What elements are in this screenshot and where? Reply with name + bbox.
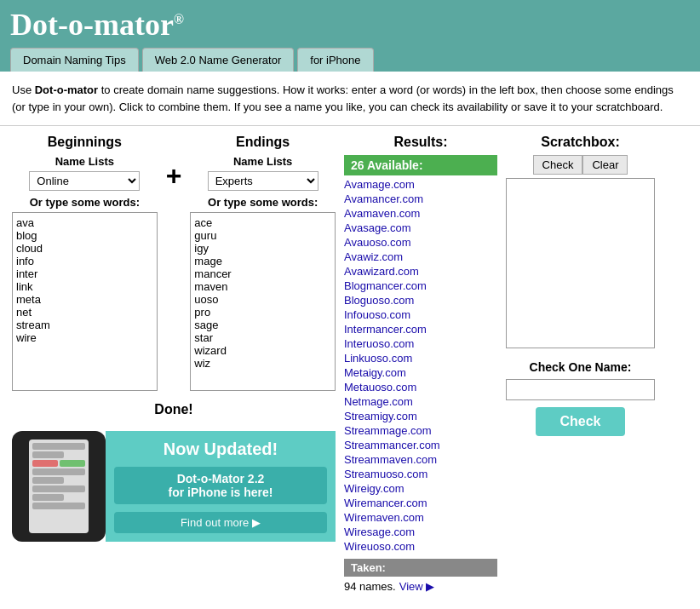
iphone-line: [32, 451, 64, 458]
app-title: Dot-o-mator®: [10, 7, 690, 48]
check-one-input[interactable]: [506, 379, 655, 400]
list-item: Metaigy.com: [344, 365, 497, 380]
iphone-buttons: [32, 460, 85, 467]
list-item: Metauoso.com: [344, 380, 497, 394]
iphone-line: [32, 503, 85, 509]
check-one-label: Check One Name:: [506, 360, 655, 374]
result-link[interactable]: Avamaven.com: [344, 207, 420, 220]
iphone-line: [32, 443, 85, 450]
result-link[interactable]: Interuoso.com: [344, 337, 414, 350]
result-link[interactable]: Streamigy.com: [344, 410, 417, 422]
description: Use Dot-o-mator to create domain name su…: [0, 72, 700, 126]
tab-generator[interactable]: Web 2.0 Name Generator: [142, 48, 295, 72]
endings-title: Endings: [190, 135, 336, 150]
iphone-mini-btn-green: [60, 460, 85, 467]
result-link[interactable]: Netmage.com: [344, 395, 413, 408]
iphone-promo: Now Updated! Dot-o-Mator 2.2 for iPhone …: [12, 431, 336, 542]
result-link[interactable]: Wiremaven.com: [344, 511, 424, 524]
result-link[interactable]: Wiremancer.com: [344, 497, 427, 509]
check-one-button[interactable]: Check: [536, 407, 624, 436]
list-item: Interuoso.com: [344, 336, 497, 351]
endings-lists-label: Name Lists: [190, 155, 336, 168]
result-link[interactable]: Wiresage.com: [344, 526, 415, 538]
result-link[interactable]: Avauoso.com: [344, 236, 411, 249]
tab-iphone[interactable]: for iPhone: [297, 48, 373, 72]
iphone-screen: [29, 440, 89, 533]
result-link[interactable]: Avamancer.com: [344, 192, 423, 205]
list-item: Avawiz.com: [344, 250, 497, 264]
endings-or-type-label: Or type some words:: [190, 196, 336, 209]
result-link[interactable]: Bloguoso.com: [344, 294, 414, 307]
result-link[interactable]: Streammage.com: [344, 424, 432, 437]
list-item: Streamigy.com: [344, 409, 497, 423]
list-item: Intermancer.com: [344, 322, 497, 336]
beginnings-or-type-label: Or type some words:: [12, 196, 158, 209]
result-link[interactable]: Avamage.com: [344, 178, 415, 191]
dot22-label: Dot-o-Mator 2.2 for iPhone is here!: [114, 467, 327, 504]
iphone-line: [32, 485, 85, 492]
beginnings-textarea[interactable]: ava blog cloud info inter link meta net …: [12, 212, 158, 391]
list-item: Blogmancer.com: [344, 279, 497, 293]
result-link[interactable]: Wireuoso.com: [344, 540, 415, 553]
taken-view-link[interactable]: View ▶: [399, 580, 435, 593]
result-link[interactable]: Avawiz.com: [344, 250, 403, 263]
result-link[interactable]: Avasage.com: [344, 221, 411, 234]
beginnings-lists-label: Name Lists: [12, 155, 158, 168]
list-item: Wiremancer.com: [344, 496, 497, 510]
result-link[interactable]: Blogmancer.com: [344, 279, 427, 292]
nav-tabs: Domain Naming Tips Web 2.0 Name Generato…: [10, 48, 690, 72]
beginnings-box: Beginnings Name Lists Online Experts Sta…: [12, 135, 158, 394]
list-item: Streammage.com: [344, 423, 497, 438]
iphone-image: [12, 431, 106, 542]
check-button[interactable]: Check: [533, 155, 583, 175]
tab-tips[interactable]: Domain Naming Tips: [10, 48, 139, 72]
result-link[interactable]: Intermancer.com: [344, 323, 427, 336]
iphone-line: [32, 494, 64, 501]
list-item: Streammancer.com: [344, 438, 497, 452]
clear-button[interactable]: Clear: [582, 155, 628, 175]
available-header: 26 Available:: [344, 155, 497, 175]
find-out-more-button[interactable]: Find out more ▶: [114, 512, 327, 533]
list-item: Wireigy.com: [344, 481, 497, 496]
list-item: Infouoso.com: [344, 307, 497, 322]
result-link[interactable]: Metauoso.com: [344, 381, 416, 394]
results-column: Results: 26 Available: Avamage.comAvaman…: [344, 135, 497, 593]
result-link[interactable]: Streamuoso.com: [344, 468, 427, 480]
result-link[interactable]: Streammancer.com: [344, 439, 440, 451]
list-item: Avawizard.com: [344, 264, 497, 279]
result-link[interactable]: Linkuoso.com: [344, 352, 412, 365]
beginnings-select[interactable]: Online Experts Startup Nature Tech: [29, 171, 140, 191]
iphone-line: [32, 468, 85, 475]
list-item: Avauoso.com: [344, 235, 497, 250]
taken-header: Taken:: [344, 559, 497, 577]
endings-textarea[interactable]: ace guru igy mage mancer maven uoso pro …: [190, 212, 336, 391]
done-button[interactable]: Done!: [12, 402, 336, 417]
scratchbox-textarea[interactable]: [506, 178, 655, 348]
iphone-line: [32, 477, 64, 484]
results-title: Results:: [344, 135, 497, 150]
endings-box: Endings Name Lists Online Experts Startu…: [190, 135, 336, 394]
list-item: Wiresage.com: [344, 525, 497, 539]
list-item: Wireuoso.com: [344, 539, 497, 554]
endings-select[interactable]: Online Experts Startup Nature Tech: [208, 171, 318, 191]
list-item: Streamuoso.com: [344, 467, 497, 481]
list-item: Wiremaven.com: [344, 510, 497, 525]
scratchbox-buttons: Check Clear: [506, 155, 655, 175]
scratchbox-title: Scratchbox:: [506, 135, 655, 150]
iphone-mini-btn: [32, 460, 58, 467]
beginnings-title: Beginnings: [12, 135, 158, 150]
result-link[interactable]: Avawizard.com: [344, 265, 419, 278]
list-item: Avasage.com: [344, 221, 497, 235]
list-item: Bloguoso.com: [344, 293, 497, 307]
taken-count: 94 names.: [344, 580, 396, 593]
scratchbox-column: Scratchbox: Check Clear Check One Name: …: [506, 135, 655, 593]
result-link[interactable]: Metaigy.com: [344, 366, 406, 379]
list-item: Streammaven.com: [344, 452, 497, 467]
taken-row: 94 names. View ▶: [344, 577, 497, 593]
result-link[interactable]: Streammaven.com: [344, 453, 437, 466]
list-item: Avamage.com: [344, 177, 497, 192]
result-link[interactable]: Infouoso.com: [344, 308, 410, 321]
list-item: Avamaven.com: [344, 206, 497, 221]
list-item: Linkuoso.com: [344, 351, 497, 365]
result-link[interactable]: Wireigy.com: [344, 482, 405, 495]
